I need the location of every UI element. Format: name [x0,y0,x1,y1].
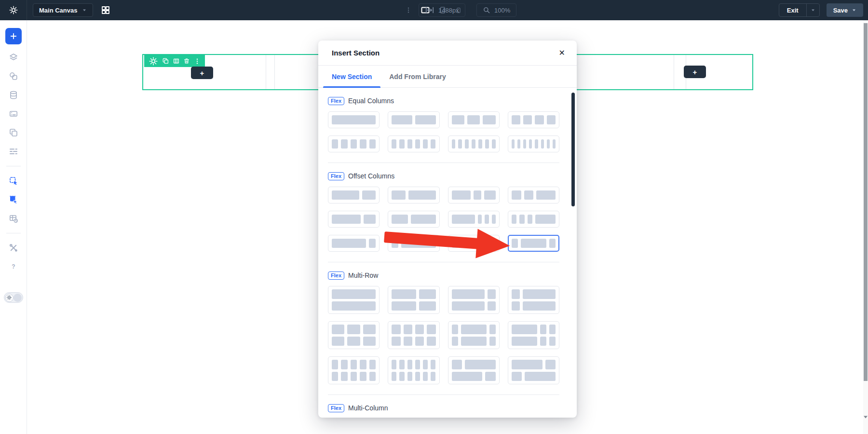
thumbnail-row [452,337,496,346]
thumbnail-row [332,372,376,381]
add-element-button[interactable]: + [684,66,706,78]
thumbnail-block [332,115,376,124]
select-filled-icon [9,195,18,204]
layout-thumbnail[interactable] [328,211,380,228]
exit-dropdown-button[interactable] [806,4,819,16]
tab-add-from-library[interactable]: Add From Library [380,66,454,87]
grid-view-button[interactable] [101,5,110,15]
layout-thumbnail[interactable] [448,111,500,128]
modal-scrollbar[interactable] [571,93,575,206]
thumbnail-row [512,337,556,346]
layout-thumbnail[interactable] [448,321,500,349]
layout-thumbnail[interactable] [388,111,439,128]
layout-thumbnail[interactable] [508,111,559,128]
layout-thumbnail[interactable] [388,136,439,152]
layout-thumbnail[interactable] [448,286,500,314]
sidebar-item-data[interactable] [8,89,19,101]
canvas-selector-dropdown[interactable]: Main Canvas [33,3,93,17]
section-kebab-button[interactable] [194,57,201,66]
layout-thumbnail[interactable] [508,356,559,384]
sidebar-item-tools[interactable] [8,242,19,254]
thumbnail-block [415,139,420,149]
scroll-down-arrow-icon[interactable] [864,415,868,420]
layout-thumbnail[interactable] [448,356,500,384]
sidebar-item-history[interactable] [8,213,19,224]
thumbnail-block [392,115,412,124]
section-columns-button[interactable] [173,58,179,64]
sidebar-item-select-mode[interactable] [8,175,19,187]
thumbnail-block [411,215,435,224]
exit-button[interactable]: Exit [779,4,806,16]
layout-thumbnail[interactable] [508,187,559,203]
thumbnail-row [512,139,556,149]
layout-thumbnail[interactable] [388,356,439,384]
layout-thumbnail[interactable] [508,211,559,228]
layout-thumbnail[interactable] [328,111,380,128]
layout-thumbnail[interactable] [508,136,559,152]
layout-group-header: FlexEqual Columns [328,96,559,106]
thumbnail-block [351,372,357,381]
sidebar-item-multi-select-mode[interactable] [8,194,19,205]
thumbnail-block [392,289,416,299]
save-button[interactable]: Save [827,3,863,17]
sidebar-item-layers[interactable] [8,52,19,63]
tab-new-section[interactable]: New Section [323,66,380,87]
zoom-field[interactable]: 100% [476,3,516,17]
layout-thumbnail[interactable] [388,235,439,252]
layout-thumbnail[interactable] [328,321,380,349]
layout-thumbnail[interactable] [508,286,559,314]
section-trash-button[interactable] [184,58,190,64]
thumbnail-row [452,372,496,381]
kebab-icon [194,57,201,66]
layout-thumbnail[interactable] [448,211,500,228]
sidebar-item-global-settings[interactable] [8,146,19,157]
sidebar-item-theme-toggle[interactable] [4,292,23,303]
section-duplicate-button[interactable] [163,58,169,64]
kebab-menu-icon[interactable] [405,6,412,14]
layout-thumbnail[interactable] [448,187,500,203]
layout-thumbnail[interactable] [388,211,439,228]
thumbnail-row [392,337,435,346]
layout-thumbnail-selected[interactable] [508,235,559,252]
section-gear-button[interactable] [149,56,158,66]
thumbnail-block [485,372,495,381]
zoom-value: 100% [494,7,510,14]
thumbnail-block [452,289,485,299]
sidebar-item-design-library[interactable] [8,70,19,82]
thumbnail-block [521,239,546,248]
layout-group-label: Multi-Row [348,271,378,279]
sidebar: ? [0,20,27,434]
layout-thumbnail[interactable] [448,136,500,152]
thumbnail-block [535,115,543,124]
add-element-button[interactable]: + [191,67,213,79]
sidebar-item-add-element[interactable] [5,28,22,44]
layout-thumbnail[interactable] [388,321,439,349]
sidebar-item-help[interactable]: ? [8,261,19,272]
layout-thumbnail[interactable] [388,187,439,203]
canvas-width-field[interactable]: 1488px [419,3,465,17]
thumbnail-block [415,115,436,124]
thumbnail-block [392,337,400,346]
layout-thumbnail[interactable] [508,321,559,349]
layout-grid [328,187,559,252]
app-settings-button[interactable] [0,0,27,20]
layout-thumbnail[interactable] [328,136,380,152]
layout-group-label: Equal Columns [348,97,394,105]
page-scrollbar-thumb[interactable] [864,23,868,381]
layout-thumbnail[interactable] [328,356,380,384]
sidebar-item-forms[interactable] [8,108,19,120]
page-scrollbar[interactable] [863,20,868,434]
thumbnail-block [512,215,516,224]
layout-thumbnail[interactable] [388,286,439,314]
layout-thumbnail[interactable] [328,286,380,314]
layout-thumbnail[interactable] [448,235,500,252]
thumbnail-block [492,139,496,149]
layout-thumbnail[interactable] [328,187,380,203]
thumbnail-block [512,115,520,124]
sidebar-item-pages[interactable] [8,127,19,138]
close-icon[interactable]: ✕ [559,49,565,57]
thumbnail-block [423,139,428,149]
layout-thumbnail[interactable] [328,235,380,252]
layout-group-label: Multi-Column [348,404,388,412]
thumbnail-block [512,190,521,200]
